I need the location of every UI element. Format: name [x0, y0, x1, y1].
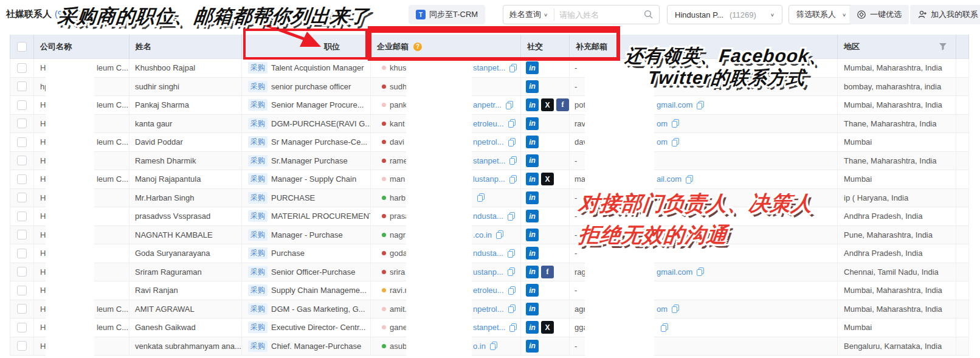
copy-icon[interactable]: [697, 267, 704, 276]
linkedin-icon[interactable]: in: [526, 61, 539, 74]
sync-to-tcrm-button[interactable]: T 同步至T-CRM: [409, 5, 485, 24]
email-domain: etroleu...: [473, 286, 504, 295]
filter-contacts-dropdown[interactable]: 筛选联系人 ∨: [788, 5, 854, 24]
company-filter-dropdown[interactable]: Hindustan P... (11269) ∨: [667, 5, 782, 24]
filter-funnel-icon[interactable]: [939, 43, 947, 50]
copy-icon[interactable]: [509, 323, 517, 332]
copy-icon[interactable]: [672, 138, 679, 146]
row-checkbox[interactable]: [17, 63, 27, 73]
social-cell: inXf: [521, 96, 570, 115]
linkedin-icon[interactable]: in: [526, 247, 539, 260]
row-checkbox[interactable]: [17, 286, 27, 295]
row-checkbox[interactable]: [17, 304, 27, 314]
position-cell: 采购 senior purchase officer: [242, 78, 371, 97]
buyer-tag: 采购: [248, 81, 267, 92]
copy-icon[interactable]: [490, 342, 497, 350]
row-checkbox[interactable]: [17, 212, 27, 221]
linkedin-icon[interactable]: in: [526, 154, 539, 167]
row-checkbox[interactable]: [17, 156, 27, 165]
row-checkbox[interactable]: [17, 81, 27, 91]
email-prefix: khus: [390, 63, 406, 72]
highlight-box-position: [243, 29, 368, 60]
copy-icon[interactable]: [509, 156, 517, 165]
copy-icon[interactable]: [508, 138, 516, 146]
company-prefix: H: [40, 323, 46, 332]
select-all-checkbox[interactable]: [17, 42, 27, 52]
linkedin-icon[interactable]: in: [526, 136, 539, 148]
facebook-icon[interactable]: f: [556, 98, 569, 111]
row-checkbox[interactable]: [17, 193, 27, 202]
copy-icon[interactable]: [506, 101, 513, 109]
email-status-dot: [382, 140, 386, 144]
linkedin-icon[interactable]: in: [526, 80, 539, 93]
position-text: Manager - Purchase: [271, 230, 343, 239]
copy-icon[interactable]: [672, 305, 679, 313]
email-status-dot: [382, 270, 386, 274]
region-text: Mumbai: [838, 133, 956, 152]
linkedin-icon[interactable]: in: [526, 210, 539, 222]
copy-icon[interactable]: [477, 193, 485, 202]
email-domain: lustanp...: [473, 174, 505, 184]
buyer-tag: 采购: [248, 118, 267, 129]
row-checkbox[interactable]: [17, 100, 27, 110]
copy-icon[interactable]: [508, 286, 516, 295]
linkedin-icon[interactable]: in: [526, 173, 539, 185]
row-checkbox[interactable]: [17, 119, 27, 128]
table-row: H leum C... Pankaj Sharma 采购 Senior Mana…: [10, 96, 969, 115]
company-tail: leum C...: [97, 137, 128, 146]
region-text: Chennai, Tamil Nadu, India: [838, 263, 956, 282]
row-checkbox[interactable]: [17, 137, 27, 147]
copy-icon[interactable]: [508, 212, 515, 221]
position-text: Manager - Supply Chain: [271, 174, 356, 184]
region-text: Mumbai, Maharashtra, India: [838, 281, 956, 300]
copy-icon[interactable]: [496, 230, 503, 239]
facebook-icon[interactable]: f: [541, 266, 554, 278]
linkedin-icon[interactable]: in: [526, 321, 539, 334]
copy-icon[interactable]: [697, 101, 704, 109]
linkedin-icon[interactable]: in: [526, 303, 539, 315]
stub-cell: [956, 96, 969, 115]
row-checkbox[interactable]: [17, 341, 27, 351]
email-tail: stanpet...: [473, 156, 517, 165]
position-text: Supply Chain Manageme...: [271, 286, 367, 295]
supp-email-prefix: agr: [575, 305, 586, 314]
row-checkbox[interactable]: [17, 323, 27, 332]
linkedin-icon[interactable]: in: [526, 229, 539, 241]
x-icon[interactable]: X: [541, 98, 554, 111]
social-cell: inX: [521, 170, 570, 189]
company-prefix: H: [40, 137, 46, 146]
row-checkbox[interactable]: [17, 230, 27, 239]
row-checkbox[interactable]: [17, 174, 27, 184]
copy-icon[interactable]: [508, 305, 516, 313]
linkedin-icon[interactable]: in: [526, 340, 539, 353]
copy-icon[interactable]: [508, 249, 515, 258]
row-checkbox[interactable]: [17, 267, 27, 277]
add-to-my-contacts-button[interactable]: 加入我的联系: [910, 5, 980, 24]
copy-icon[interactable]: [661, 323, 668, 332]
copy-icon[interactable]: [672, 119, 679, 128]
x-icon[interactable]: X: [541, 321, 554, 334]
buyer-tag: 采购: [248, 210, 267, 222]
copy-icon[interactable]: [508, 119, 516, 128]
copy-icon[interactable]: [509, 64, 517, 72]
linkedin-icon[interactable]: in: [526, 284, 539, 297]
stub-cell: [956, 300, 969, 319]
copy-icon[interactable]: [509, 175, 517, 184]
name-search-input[interactable]: [554, 10, 643, 19]
position-text: Chief. Manager-Purchase: [271, 342, 361, 351]
search-icon[interactable]: [643, 9, 654, 20]
one-click-select-button[interactable]: 一键优选: [849, 5, 909, 24]
row-checkbox[interactable]: [17, 249, 27, 258]
stub-cell: [956, 152, 969, 171]
linkedin-icon[interactable]: in: [526, 98, 539, 111]
x-icon[interactable]: X: [541, 173, 554, 185]
email-tail: etroleu...: [473, 286, 516, 295]
copy-icon[interactable]: [508, 267, 515, 276]
linkedin-icon[interactable]: in: [526, 191, 539, 204]
linkedin-icon[interactable]: in: [526, 266, 539, 278]
stub-cell: [956, 59, 969, 78]
copy-icon[interactable]: [686, 175, 693, 184]
name-query-dropdown[interactable]: 姓名查询 ∨: [503, 5, 554, 24]
linkedin-icon[interactable]: in: [526, 117, 539, 130]
annotation-red-line1: 对接部门负责人、决策人: [578, 190, 815, 218]
